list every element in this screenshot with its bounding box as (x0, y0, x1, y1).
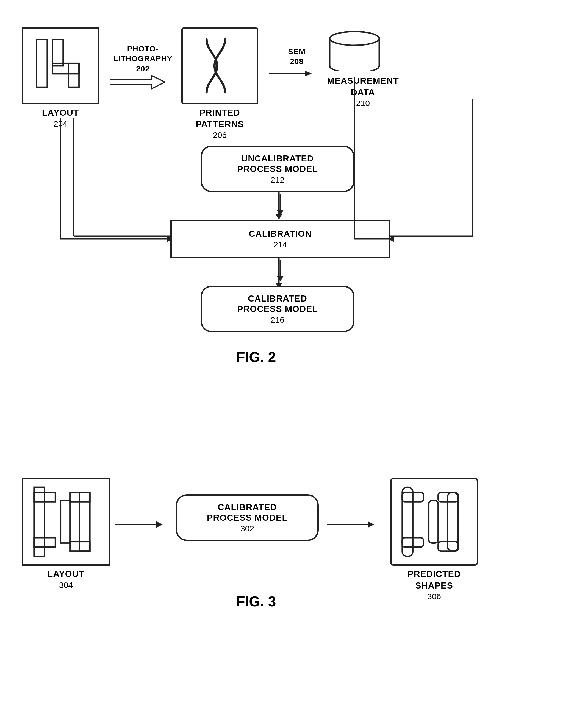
sem-label: SEM (269, 47, 324, 57)
layout-204-svg (23, 29, 98, 103)
uncalibrated-number: 212 (271, 175, 285, 185)
svg-marker-16 (305, 71, 312, 77)
measurement-data-container: MEASUREMENTDATA 210 (327, 27, 399, 108)
uncalibrated-box: UNCALIBRATEDPROCESS MODEL 212 (201, 146, 354, 192)
sem-number: 208 (269, 57, 324, 66)
model-to-predicted-arrow (327, 516, 382, 533)
layout-304-container: LAYOUT 304 (22, 478, 110, 590)
calibration-box: CALIBRATION 214 (170, 220, 390, 258)
measurement-data-label: MEASUREMENTDATA (327, 75, 399, 98)
uncalibrated-container: UNCALIBRATEDPROCESS MODEL 212 (201, 146, 354, 192)
svg-marker-25 (277, 210, 284, 216)
layout-204-container: LAYOUT 204 (22, 27, 99, 129)
calibrated-216-box: CALIBRATEDPROCESS MODEL 216 (201, 286, 354, 332)
measurement-data-svg (327, 27, 382, 71)
photolithography-label: PHOTO- LITHOGRAPHY (110, 44, 176, 64)
photolithography-arrow-svg (110, 74, 165, 90)
fig2-label: FIG. 2 (236, 349, 276, 365)
svg-marker-14 (110, 75, 165, 89)
layout-304-svg (23, 479, 108, 564)
calibrated-216-container: CALIBRATEDPROCESS MODEL 216 (201, 286, 354, 332)
fig2-section: LAYOUT 204 PHOTO- LITHOGRAPHY 202 (0, 11, 588, 464)
printed-patterns-number: 206 (181, 130, 258, 140)
calibrated-302-label: CALIBRATEDPROCESS MODEL (207, 502, 288, 523)
calibrated-216-number: 216 (271, 315, 285, 325)
printed-patterns-box (181, 27, 258, 104)
svg-marker-44 (368, 521, 374, 528)
predicted-shapes-svg (392, 479, 477, 564)
layout-304-number: 304 (22, 581, 110, 590)
sem-arrow: SEM 208 (269, 47, 324, 82)
calibration-label: CALIBRATION (249, 229, 312, 239)
calibrated-302-container: CALIBRATEDPROCESS MODEL 302 (176, 494, 319, 541)
uncalibrated-label: UNCALIBRATEDPROCESS MODEL (237, 153, 318, 174)
svg-marker-27 (277, 276, 284, 281)
page-container: LAYOUT 204 PHOTO- LITHOGRAPHY 202 (0, 0, 588, 714)
predicted-shapes-box (390, 478, 478, 566)
svg-marker-42 (156, 521, 163, 528)
printed-patterns-svg (183, 29, 257, 103)
calibration-container: CALIBRATION 214 (170, 220, 390, 258)
svg-rect-12 (52, 63, 79, 74)
svg-rect-10 (37, 40, 47, 87)
layout-to-model-arrow (115, 516, 170, 533)
photolithography-arrow: PHOTO- LITHOGRAPHY 202 (110, 44, 176, 91)
svg-rect-37 (61, 501, 70, 543)
printed-patterns-label: PRINTEDPATTERNS (181, 107, 258, 130)
printed-patterns-container: PRINTEDPATTERNS 206 (181, 27, 258, 140)
svg-rect-34 (34, 487, 45, 556)
uncal-to-cal-arrow (272, 194, 289, 218)
calibrated-302-box: CALIBRATEDPROCESS MODEL 302 (176, 494, 319, 541)
cal-to-calmodel-arrow (272, 260, 289, 284)
predicted-shapes-label: PREDICTEDSHAPES (390, 568, 478, 591)
calibration-number: 214 (273, 240, 287, 250)
layout-304-label: LAYOUT (22, 568, 110, 580)
photolithography-number: 202 (110, 64, 176, 74)
svg-rect-11 (52, 40, 63, 66)
svg-rect-45 (402, 487, 413, 556)
predicted-shapes-number: 306 (390, 592, 478, 601)
sem-arrow-svg (269, 67, 316, 81)
svg-rect-13 (68, 63, 79, 87)
layout-204-label: LAYOUT (22, 107, 99, 118)
layout-204-box (22, 27, 99, 104)
measurement-data-number: 210 (327, 99, 399, 108)
svg-rect-48 (429, 501, 438, 543)
layout-204-number: 204 (22, 119, 99, 129)
layout-304-box (22, 478, 110, 566)
calibrated-216-label: CALIBRATEDPROCESS MODEL (237, 293, 318, 315)
fig3-section: LAYOUT 304 CALIBRATEDPROCESS MODEL 302 (0, 467, 588, 700)
predicted-shapes-container: PREDICTEDSHAPES 306 (390, 478, 478, 601)
calibrated-302-number: 302 (240, 524, 254, 533)
svg-point-23 (330, 31, 379, 45)
fig3-label: FIG. 3 (236, 593, 276, 610)
